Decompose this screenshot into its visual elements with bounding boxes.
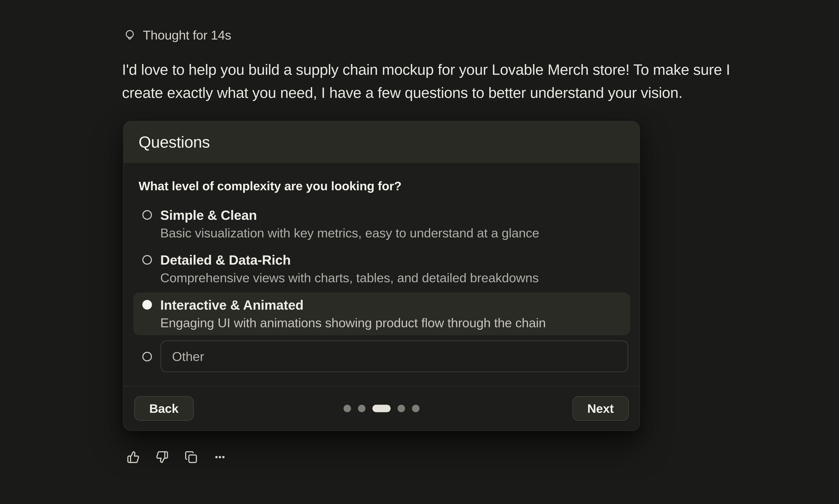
card-title: Questions	[139, 133, 210, 151]
questions-card: Questions What level of complexity are y…	[123, 121, 640, 431]
option-interactive-animated[interactable]: Interactive & Animated Engaging UI with …	[133, 292, 630, 335]
option-other[interactable]	[133, 338, 630, 375]
options-list: Simple & Clean Basic visualization with …	[133, 202, 630, 375]
option-label: Interactive & Animated	[160, 296, 625, 314]
pagination-dot	[358, 405, 365, 412]
thumbs-down-button[interactable]	[156, 451, 169, 464]
option-description: Comprehensive views with charts, tables,…	[160, 269, 625, 287]
back-button[interactable]: Back	[134, 396, 194, 421]
more-options-button[interactable]	[213, 451, 226, 464]
radio-selected-icon[interactable]	[142, 300, 152, 309]
radio-unselected-icon[interactable]	[142, 352, 152, 361]
copy-icon	[185, 451, 197, 464]
option-detailed-data-rich[interactable]: Detailed & Data-Rich Comprehensive views…	[133, 248, 630, 290]
message-actions	[127, 451, 226, 464]
lightbulb-icon	[124, 29, 136, 41]
option-description: Engaging UI with animations showing prod…	[160, 314, 625, 332]
next-button[interactable]: Next	[572, 396, 629, 421]
thought-toggle[interactable]: Thought for 14s	[124, 28, 231, 43]
other-option-input[interactable]	[160, 341, 628, 372]
option-label: Simple & Clean	[160, 206, 625, 224]
card-footer: Back Next	[124, 386, 640, 430]
thought-label: Thought for 14s	[143, 28, 231, 43]
assistant-message: I'd love to help you build a supply chai…	[122, 59, 753, 104]
pagination-dots	[344, 405, 420, 412]
question-text: What level of complexity are you looking…	[139, 179, 624, 194]
thumbs-down-icon	[156, 451, 169, 464]
ellipsis-icon	[213, 451, 226, 464]
option-simple-clean[interactable]: Simple & Clean Basic visualization with …	[133, 202, 630, 246]
option-description: Basic visualization with key metrics, ea…	[160, 224, 625, 242]
copy-button[interactable]	[185, 451, 197, 464]
pagination-dot	[412, 405, 419, 412]
thumbs-up-icon	[127, 451, 140, 464]
option-label: Detailed & Data-Rich	[160, 251, 625, 269]
pagination-dot	[344, 405, 351, 412]
pagination-dot-active	[372, 405, 390, 412]
radio-unselected-icon[interactable]	[142, 255, 152, 265]
pagination-dot	[398, 405, 405, 412]
chat-page: Thought for 14s I'd love to help you bui…	[0, 0, 839, 504]
thumbs-up-button[interactable]	[127, 451, 140, 464]
card-body: What level of complexity are you looking…	[124, 179, 640, 375]
card-header: Questions	[124, 121, 640, 164]
radio-unselected-icon[interactable]	[142, 210, 152, 220]
